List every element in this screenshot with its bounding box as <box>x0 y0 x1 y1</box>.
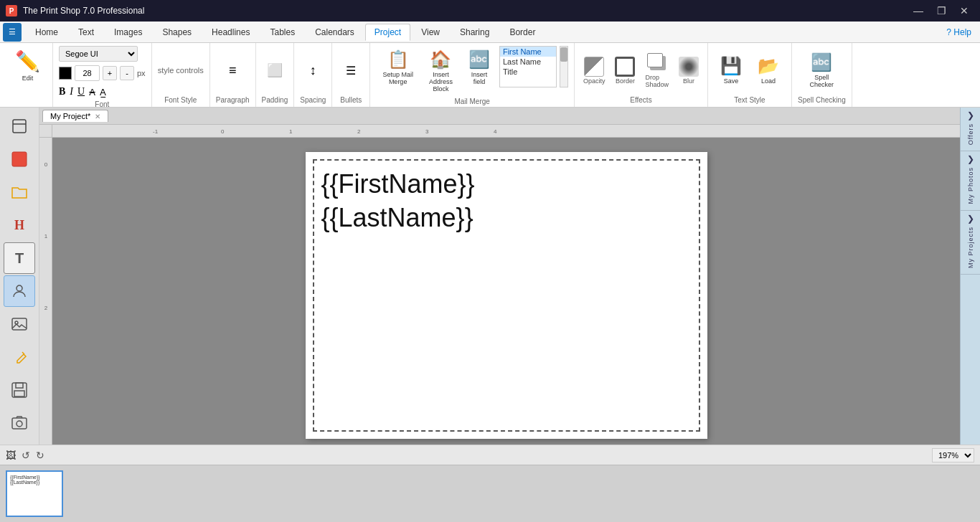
zoom-select[interactable]: 50% 75% 100% 150% 197% 200% 300% <box>932 448 974 462</box>
tab-shapes[interactable]: Shapes <box>153 24 201 41</box>
italic-button[interactable]: I <box>70 86 73 98</box>
load-style-label: Load <box>761 77 776 85</box>
padding-group-label: Padding <box>262 95 288 104</box>
opacity-label: Opacity <box>583 77 606 85</box>
tab-calendars[interactable]: Calendars <box>306 24 364 41</box>
right-panel-offers[interactable]: ❯ Offers <box>961 108 980 151</box>
my-photos-arrow: ❯ <box>967 154 974 164</box>
status-icon-2[interactable]: ↺ <box>22 450 30 461</box>
font-name-select[interactable]: Segoe UI <box>59 46 138 62</box>
main-area: H T My Project* ✕ <box>0 108 980 445</box>
strikethrough-button[interactable]: A <box>89 87 95 98</box>
border-button[interactable]: Border <box>612 55 638 86</box>
field-last-name[interactable]: Last Name <box>500 57 556 67</box>
minimize-button[interactable]: — <box>908 4 928 18</box>
tool-photo[interactable] <box>4 407 35 439</box>
field-first-name[interactable]: First Name <box>500 47 556 57</box>
align-icon: ≡ <box>229 64 237 77</box>
save-style-label: Save <box>724 77 739 85</box>
insert-field-button[interactable]: 🔤 Insertfield <box>462 46 496 89</box>
svg-line-6 <box>22 352 24 354</box>
app-menu-button[interactable]: ☰ <box>3 23 22 42</box>
svg-text:0: 0 <box>44 161 48 168</box>
tab-headlines[interactable]: Headlines <box>202 24 259 41</box>
my-projects-arrow: ❯ <box>967 214 974 224</box>
tool-new-project[interactable] <box>4 110 35 142</box>
svg-rect-4 <box>12 318 27 330</box>
title-bar: P The Print Shop 7.0 Professional — ❐ ✕ <box>0 0 980 22</box>
load-style-button[interactable]: 📂 Load <box>751 52 786 88</box>
mm-scrollbar[interactable] <box>560 46 568 87</box>
tab-home[interactable]: Home <box>26 24 67 41</box>
field-title[interactable]: Title <box>500 67 556 77</box>
padding-button[interactable]: ⬜ <box>262 59 288 82</box>
tool-save[interactable] <box>4 374 35 406</box>
tab-view[interactable]: View <box>412 24 449 41</box>
blur-icon <box>679 57 699 77</box>
tool-portrait[interactable] <box>4 275 35 307</box>
bullets-button[interactable]: ☰ <box>338 60 364 81</box>
help-button[interactable]: ? Help <box>941 24 977 40</box>
font-size-input[interactable] <box>75 65 100 81</box>
tool-draw[interactable] <box>4 341 35 373</box>
bold-button[interactable]: B <box>59 86 65 98</box>
ribbon-tab-bar: ☰ Home Text Images Shapes Headlines Tabl… <box>0 22 980 43</box>
align-button[interactable]: ≡ <box>220 60 245 80</box>
font-color-swatch[interactable] <box>59 67 72 80</box>
thumbnail-page-1[interactable]: {{FirstName}} {{LastName}} <box>6 470 63 517</box>
canvas-tab-my-project[interactable]: My Project* ✕ <box>42 110 108 122</box>
text-color-button[interactable]: A̲ <box>100 87 106 98</box>
close-button[interactable]: ✕ <box>954 4 974 18</box>
tab-sharing[interactable]: Sharing <box>451 24 499 41</box>
tool-text[interactable]: T <box>4 242 35 274</box>
tool-image[interactable] <box>4 308 35 340</box>
zoom-control: 50% 75% 100% 150% 197% 200% 300% <box>932 448 974 462</box>
blur-button[interactable]: Blur <box>676 55 702 86</box>
tool-folder[interactable] <box>4 176 35 208</box>
tab-text[interactable]: Text <box>69 24 103 41</box>
svg-text:1: 1 <box>289 128 293 135</box>
status-icon-1[interactable]: 🖼 <box>6 450 16 461</box>
font-size-increase-button[interactable]: + <box>103 66 117 80</box>
offers-arrow: ❯ <box>967 110 974 120</box>
svg-rect-0 <box>13 120 26 133</box>
save-style-button[interactable]: 💾 Save <box>714 52 748 88</box>
blur-label: Blur <box>683 77 694 85</box>
tool-headline[interactable]: H <box>4 209 35 241</box>
tab-tables[interactable]: Tables <box>260 24 304 41</box>
setup-mail-merge-button[interactable]: 📋 Setup MailMerge <box>376 46 420 89</box>
spacing-button[interactable]: ↕ <box>300 60 326 82</box>
setup-mail-merge-label: Setup MailMerge <box>382 71 413 85</box>
underline-button[interactable]: U <box>77 86 85 98</box>
svg-text:2: 2 <box>357 128 361 135</box>
insert-address-label: InsertAddressBlock <box>429 71 453 92</box>
paragraph-group-label: Paragraph <box>216 95 250 104</box>
tab-images[interactable]: Images <box>105 24 151 41</box>
drop-shadow-icon <box>647 53 667 73</box>
svg-text:4: 4 <box>494 128 497 135</box>
right-panel-my-photos[interactable]: ❯ My Photos <box>961 151 980 211</box>
canvas-tab-close[interactable]: ✕ <box>95 113 100 120</box>
opacity-button[interactable]: Opacity <box>580 55 608 86</box>
text-box[interactable]: {{FirstName}} {{LastName}} <box>313 159 700 432</box>
insert-field-label: Insertfield <box>471 71 488 85</box>
font-size-decrease-button[interactable]: - <box>120 66 134 80</box>
svg-rect-9 <box>14 391 24 397</box>
insert-address-block-button[interactable]: 🏠 InsertAddressBlock <box>423 46 459 96</box>
tool-background[interactable] <box>4 143 35 175</box>
canvas-area[interactable]: {{FirstName}} {{LastName}} <box>52 138 960 445</box>
restore-button[interactable]: ❐ <box>931 4 951 18</box>
drop-shadow-button[interactable]: DropShadow <box>642 52 672 90</box>
load-style-icon: 📂 <box>758 56 779 76</box>
mail-merge-group-label: Mail Merge <box>376 96 568 105</box>
right-panel-my-projects[interactable]: ❯ My Projects <box>961 211 980 275</box>
spell-checker-label: SpellChecker <box>810 74 834 88</box>
tab-project[interactable]: Project <box>365 24 410 41</box>
status-icon-3[interactable]: ↻ <box>36 450 44 461</box>
spell-checker-button[interactable]: 🔤 SpellChecker <box>804 49 841 92</box>
ribbon-group-edit: ✏️ Edit <box>3 43 53 107</box>
document-page: {{FirstName}} {{LastName}} <box>306 152 707 439</box>
app-title: The Print Shop 7.0 Professional <box>23 6 144 16</box>
tab-border[interactable]: Border <box>500 24 545 41</box>
edit-button[interactable]: ✏️ Edit <box>9 46 47 85</box>
